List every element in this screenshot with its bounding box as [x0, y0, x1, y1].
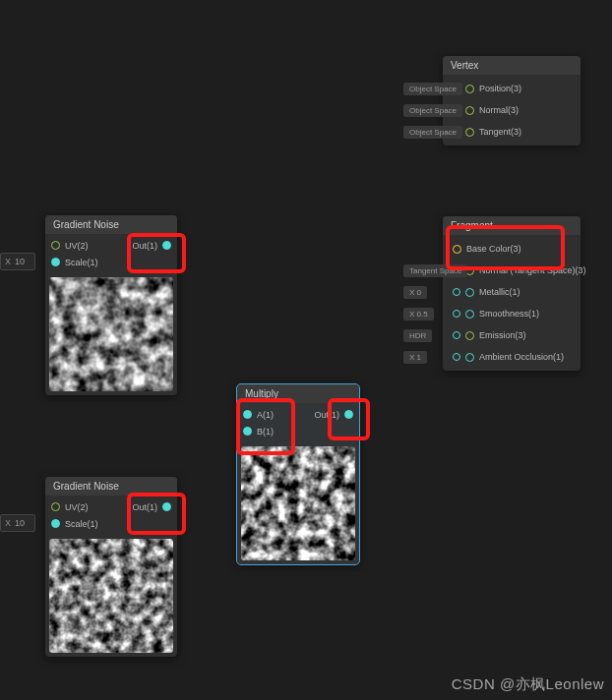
port-scale-in[interactable]: [51, 519, 60, 528]
scale-input-gn1[interactable]: X10: [0, 253, 35, 270]
watermark: CSDN @亦枫Leonlew: [452, 675, 604, 694]
node-multiply[interactable]: Multiply A(1) Out(1) B(1): [237, 384, 359, 564]
port-smooth-in[interactable]: [465, 310, 474, 319]
port-b-in[interactable]: [243, 427, 252, 436]
chain-icon: [453, 331, 460, 339]
node-title: Gradient Noise: [45, 477, 177, 496]
port-out[interactable]: [344, 410, 353, 419]
connection-layer: [0, 0, 295, 147]
node-title: Vertex: [443, 56, 581, 75]
port-out[interactable]: [162, 502, 171, 511]
port-a-in[interactable]: [243, 410, 252, 419]
node-title: Fragment: [443, 216, 581, 235]
port-emission-in[interactable]: [465, 331, 474, 340]
port-ao-in[interactable]: [465, 353, 474, 362]
port-basecolor-in[interactable]: [453, 245, 461, 254]
svg-rect-1: [49, 277, 173, 391]
node-title: Gradient Noise: [45, 215, 177, 234]
chain-icon: [453, 310, 460, 318]
port-metallic-in[interactable]: [465, 288, 474, 297]
node-vertex[interactable]: Vertex Object SpacePosition(3) Object Sp…: [443, 56, 581, 146]
svg-rect-5: [241, 446, 355, 560]
port-out[interactable]: [162, 241, 171, 250]
node-fragment[interactable]: Fragment Base Color(3) Tangent SpaceNorm…: [443, 216, 581, 371]
node-gradient-noise-1[interactable]: Gradient Noise UV(2) Out(1) Scale(1): [45, 215, 177, 395]
port-scale-in[interactable]: [51, 258, 60, 266]
svg-rect-3: [49, 539, 173, 653]
node-gradient-noise-2[interactable]: Gradient Noise UV(2) Out(1) Scale(1): [45, 477, 177, 657]
port-tangent-in[interactable]: [465, 128, 474, 137]
port-uv-in[interactable]: [51, 502, 60, 511]
port-normal-in[interactable]: [465, 106, 474, 115]
chain-icon: [453, 353, 460, 361]
node-title: Multiply: [237, 384, 359, 403]
port-position-in[interactable]: [465, 85, 474, 93]
chain-icon: [453, 288, 460, 296]
port-uv-in[interactable]: [51, 241, 60, 250]
scale-input-gn2[interactable]: X10: [0, 514, 35, 532]
